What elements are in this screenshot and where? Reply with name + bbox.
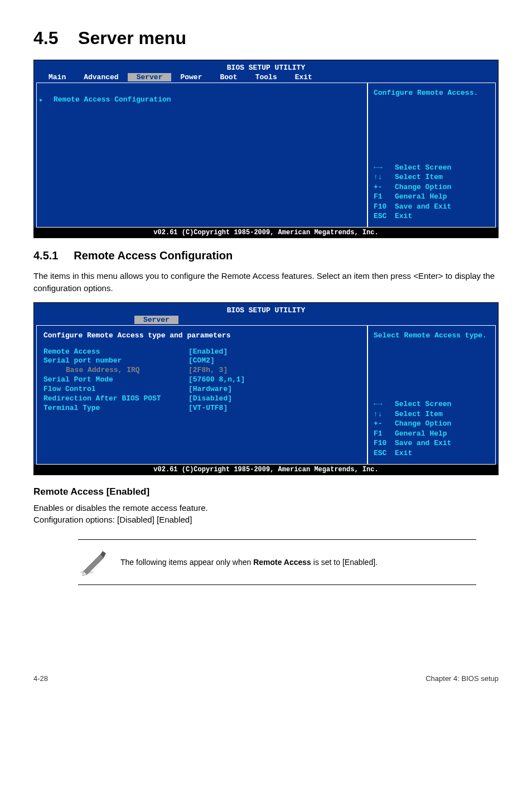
pencil-icon: [78, 548, 107, 577]
help-description-2: Select Remote Access type.: [374, 331, 490, 340]
option-description: Enables or disables the remote access fe…: [33, 502, 499, 526]
option-heading: Remote Access [Enabled]: [33, 486, 499, 497]
note-suffix: is set to [Enabled].: [311, 558, 378, 567]
key-pm-2: +-: [374, 419, 395, 429]
config-row: Base Address, IRQ[2F8h, 3]: [43, 366, 360, 375]
key-lr-label-2: Select Screen: [395, 399, 451, 409]
bios-title-2: BIOS SETUP UTILITY: [34, 303, 498, 316]
key-lr-2: ←→: [374, 399, 395, 409]
section-heading: 4.5 Server menu: [33, 28, 499, 49]
menu-item-remote-access: Remote Access Configuration: [43, 95, 171, 104]
config-value: [VT-UTF8]: [188, 404, 360, 413]
key-f1: F1: [374, 192, 395, 202]
bios-right-pane: Configure Remote Access. ←→Select Screen…: [367, 83, 496, 228]
config-row: Terminal Type[VT-UTF8]: [43, 404, 360, 413]
key-f10: F10: [374, 202, 395, 212]
key-esc: ESC: [374, 211, 395, 221]
key-ud-label: Select Item: [395, 172, 443, 182]
config-row: Remote Access[Enabled]: [43, 347, 360, 357]
config-row: Serial Port Mode[57600 8,n,1]: [43, 375, 360, 385]
section-number: 4.5: [33, 28, 58, 48]
key-esc-label: Exit: [395, 211, 412, 221]
subsection-heading: 4.5.1 Remote Access Configuration: [33, 249, 499, 262]
key-ud-2: ↑↓: [374, 409, 395, 419]
config-value: [57600 8,n,1]: [188, 375, 360, 385]
config-label: Terminal Type: [43, 404, 188, 413]
help-keys: ←→Select Screen ↑↓Select Item +-Change O…: [374, 163, 490, 221]
submenu-marker-icon: ▸: [39, 95, 43, 104]
config-row: Flow Control[Hardware]: [43, 385, 360, 394]
tab-power: Power: [171, 73, 211, 81]
config-row: Redirection After BIOS POST[Disabled]: [43, 394, 360, 404]
key-pm: +-: [374, 182, 395, 192]
tab-exit: Exit: [286, 73, 321, 81]
bios-screenshot-1: BIOS SETUP UTILITY Main Advanced Server …: [33, 60, 499, 238]
bios-left-pane: ▸ Remote Access Configuration: [36, 83, 367, 228]
config-label: Base Address, IRQ: [43, 366, 188, 375]
tab-server: Server: [128, 73, 172, 81]
key-lr: ←→: [374, 163, 395, 173]
bios-right-pane-2: Select Remote Access type. ←→Select Scre…: [367, 325, 496, 465]
config-heading: Configure Remote Access type and paramet…: [43, 331, 360, 340]
tab-tools: Tools: [246, 73, 286, 81]
tab-server-2: Server: [134, 316, 178, 324]
config-label: Remote Access: [43, 347, 188, 357]
key-f10-2: F10: [374, 438, 395, 448]
tab-main: Main: [40, 73, 75, 81]
section-title: Server menu: [78, 28, 186, 48]
option-line-1: Enables or disables the remote access fe…: [33, 503, 208, 513]
key-f10-label-2: Save and Exit: [395, 438, 451, 448]
config-label: Serial Port Mode: [43, 375, 188, 385]
bios-footer: v02.61 (C)Copyright 1985-2009, American …: [34, 228, 498, 238]
config-value: [Disabled]: [188, 394, 360, 404]
bios-footer-2: v02.61 (C)Copyright 1985-2009, American …: [34, 465, 498, 475]
page-number: 4-28: [33, 674, 48, 683]
key-f10-label: Save and Exit: [395, 202, 451, 212]
chapter-label: Chapter 4: BIOS setup: [425, 674, 499, 683]
key-esc-label-2: Exit: [395, 448, 412, 458]
bios-screenshot-2: BIOS SETUP UTILITY Server Configure Remo…: [33, 302, 499, 475]
config-label: Redirection After BIOS POST: [43, 394, 188, 404]
bios-left-pane-2: Configure Remote Access type and paramet…: [36, 325, 367, 465]
help-description: Configure Remote Access.: [374, 89, 490, 97]
key-lr-label: Select Screen: [395, 163, 451, 173]
key-pm-label: Change Option: [395, 182, 451, 192]
note-prefix: The following items appear only when: [120, 558, 253, 567]
config-value: [2F8h, 3]: [188, 366, 360, 375]
subsection-description: The items in this menu allows you to con…: [33, 270, 499, 294]
config-row: Serial port number[COM2]: [43, 356, 360, 366]
key-ud: ↑↓: [374, 172, 395, 182]
key-pm-label-2: Change Option: [395, 419, 451, 429]
key-esc-2: ESC: [374, 448, 395, 458]
note-box: The following items appear only when Rem…: [78, 539, 476, 585]
subsection-title: Remote Access Configuration: [74, 249, 233, 262]
option-line-2: Configuration options: [Disabled] [Enabl…: [33, 515, 192, 524]
help-keys-2: ←→Select Screen ↑↓Select Item +-Change O…: [374, 399, 490, 458]
note-bold: Remote Access: [253, 558, 311, 567]
config-value: [Hardware]: [188, 385, 360, 394]
page-footer: 4-28 Chapter 4: BIOS setup: [33, 674, 499, 683]
key-f1-2: F1: [374, 429, 395, 439]
config-value: [COM2]: [188, 356, 360, 366]
subsection-number: 4.5.1: [33, 249, 58, 262]
note-text: The following items appear only when Rem…: [120, 558, 378, 567]
key-ud-label-2: Select Item: [395, 409, 443, 419]
bios-title: BIOS SETUP UTILITY: [34, 60, 498, 73]
tab-boot: Boot: [211, 73, 246, 81]
key-f1-label-2: General Help: [395, 429, 447, 439]
svg-marker-1: [84, 554, 104, 574]
key-f1-label: General Help: [395, 192, 447, 202]
config-value: [Enabled]: [188, 347, 360, 357]
bios-tab-bar-2: Server: [34, 316, 498, 325]
config-label: Serial port number: [43, 356, 188, 366]
tab-advanced: Advanced: [75, 73, 127, 81]
config-label: Flow Control: [43, 385, 188, 394]
bios-tab-bar: Main Advanced Server Power Boot Tools Ex…: [34, 73, 498, 83]
